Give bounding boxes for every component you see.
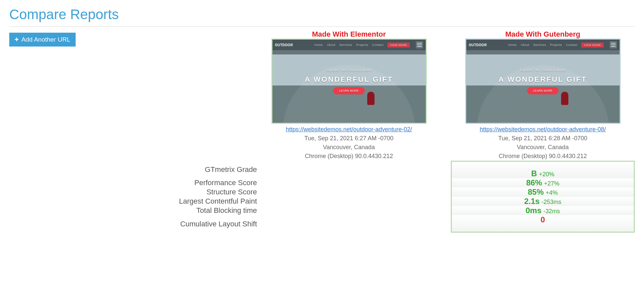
meta-line: Tue, Sep 21, 2021 6:28 AM -0700 bbox=[498, 135, 588, 142]
metric-label: Structure Score bbox=[92, 187, 257, 197]
add-button-label: Add Another URL bbox=[21, 36, 70, 43]
meta-line: Vancouver, Canada bbox=[517, 144, 569, 150]
metric-value: 86%+27% bbox=[451, 178, 635, 187]
meta-line: Chrome (Desktop) 90.0.4430.212 bbox=[305, 153, 393, 159]
metric-value: 0ms-32ms bbox=[451, 206, 635, 215]
meta-line: Tue, Sep 21, 2021 6:27 AM -0700 bbox=[304, 135, 394, 142]
plus-icon: + bbox=[15, 36, 19, 43]
thumb-kicker: Explore The Colourful World bbox=[326, 68, 372, 72]
thumb-cta: LEARN MORE bbox=[527, 87, 559, 94]
site-title: Made With Gutenberg bbox=[451, 30, 635, 39]
comparison-table: Made With Elementor Made With Gutenberg … bbox=[92, 30, 635, 233]
metric-label: Total Blocking time bbox=[92, 206, 257, 215]
meta-line: Chrome (Desktop) 90.0.4430.212 bbox=[499, 153, 587, 159]
site-thumbnail[interactable]: OUTDOOR Home About Services Projects Con… bbox=[271, 39, 427, 124]
thumb-cta: LEARN MORE bbox=[333, 87, 365, 94]
figure-icon bbox=[367, 92, 375, 105]
site-title: Made With Elementor bbox=[257, 30, 441, 39]
page-title: Compare Reports bbox=[9, 7, 635, 22]
add-another-url-button[interactable]: + Add Another URL bbox=[9, 33, 76, 47]
metric-value: 0 bbox=[451, 215, 635, 233]
thumb-kicker: Explore The Colourful World bbox=[520, 68, 566, 72]
metric-label: Cumulative Layout Shift bbox=[92, 215, 257, 233]
figure-icon bbox=[561, 92, 568, 105]
site-url-link[interactable]: https://websitedemos.net/outdoor-adventu… bbox=[480, 126, 606, 133]
metric-value: 85%+4% bbox=[451, 187, 635, 197]
metric-value: B+20% bbox=[451, 161, 635, 178]
metric-value: 2.1s-253ms bbox=[451, 197, 635, 206]
metric-label: Largest Contentful Paint bbox=[92, 197, 257, 206]
thumb-headline: A WONDERFUL GIFT bbox=[499, 75, 587, 84]
meta-line: Vancouver, Canada bbox=[323, 144, 375, 150]
site-thumbnail[interactable]: OUTDOOR Home About Services Projects Con… bbox=[465, 39, 621, 124]
metric-label: Performance Score bbox=[92, 178, 257, 187]
thumb-headline: A WONDERFUL GIFT bbox=[305, 75, 393, 84]
site-url-link[interactable]: https://websitedemos.net/outdoor-adventu… bbox=[286, 126, 412, 133]
metric-label: GTmetrix Grade bbox=[92, 161, 257, 178]
divider bbox=[9, 26, 635, 27]
